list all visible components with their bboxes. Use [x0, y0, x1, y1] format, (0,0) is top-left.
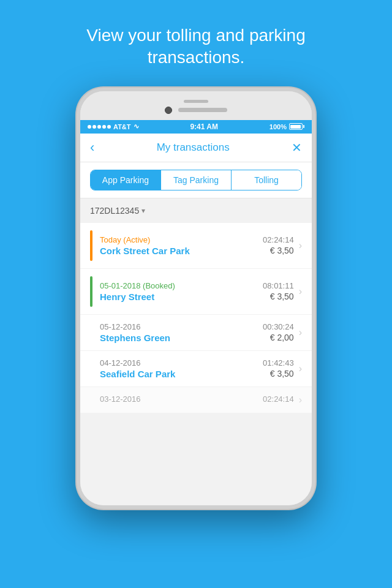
transaction-info: 04-12-2016 Seafield Car Park	[100, 358, 263, 379]
battery-fill	[290, 125, 301, 129]
phone-speaker-main	[178, 108, 227, 112]
phone-body: AT&T ∿ 9:41 AM 100% ‹ My transactions ✕	[77, 88, 315, 509]
status-bar-indicator	[90, 276, 92, 307]
transaction-time: 01:42:43	[263, 358, 294, 368]
battery-percent: 100%	[270, 123, 287, 130]
dropdown-arrow-icon: ▾	[141, 206, 145, 215]
header-title: View your tolling and parking transactio…	[86, 26, 305, 67]
phone-camera	[165, 107, 172, 114]
nav-bar: ‹ My transactions ✕	[80, 134, 312, 162]
page-header-text: View your tolling and parking transactio…	[0, 0, 392, 81]
wifi-icon: ∿	[134, 123, 139, 130]
signal-dots	[88, 125, 111, 129]
transaction-time: 02:24:14	[263, 394, 294, 404]
tabs-container: App Parking Tag Parking Tolling	[80, 162, 312, 198]
battery-tip	[303, 125, 304, 128]
transaction-location: Henry Street	[100, 292, 263, 302]
phone-mockup: AT&T ∿ 9:41 AM 100% ‹ My transactions ✕	[0, 88, 392, 509]
transaction-date: 04-12-2016	[100, 358, 263, 368]
vehicle-id: 172DL12345	[90, 206, 139, 216]
transaction-amount: € 3,50	[263, 292, 294, 301]
tab-tag-parking[interactable]: Tag Parking	[161, 170, 232, 190]
transaction-item[interactable]: 03-12-2016 02:24:14 ›	[80, 387, 312, 413]
transactions-list: Today (Active) Cork Street Car Park 02:2…	[80, 223, 312, 413]
vehicle-selector[interactable]: 172DL12345 ▾	[80, 198, 312, 223]
transaction-item[interactable]: 05-01-2018 (Booked) Henry Street 08:01:1…	[80, 269, 312, 314]
transaction-date: 05-12-2016	[100, 322, 263, 331]
signal-dot-5	[107, 125, 111, 129]
chevron-right-icon: ›	[299, 363, 302, 374]
phone-speaker-top	[184, 100, 208, 103]
transaction-info: 05-12-2016 Stephens Green	[100, 322, 263, 343]
signal-dot-2	[92, 125, 96, 129]
transaction-info: 03-12-2016	[100, 394, 263, 405]
transaction-amount: € 2,00	[263, 333, 294, 342]
transaction-date: 05-01-2018 (Booked)	[100, 281, 263, 290]
tab-tolling[interactable]: Tolling	[232, 170, 301, 190]
nav-title: My transactions	[157, 141, 230, 154]
transaction-details: 00:30:24 € 2,00	[263, 322, 294, 342]
transaction-amount: € 3,50	[263, 246, 294, 255]
transaction-date: 03-12-2016	[100, 394, 263, 404]
battery-body	[289, 123, 303, 130]
chevron-right-icon: ›	[299, 327, 302, 338]
transaction-details: 08:01:11 € 3,50	[263, 281, 294, 301]
phone-top-hardware	[80, 91, 312, 120]
status-time: 9:41 AM	[190, 123, 218, 131]
transaction-details: 01:42:43 € 3,50	[263, 358, 294, 379]
carrier-label: AT&T	[113, 123, 131, 130]
status-left: AT&T ∿	[88, 123, 139, 130]
back-button[interactable]: ‹	[90, 140, 94, 156]
transaction-time: 02:24:14	[263, 235, 294, 244]
transaction-details: 02:24:14	[263, 394, 294, 405]
status-right: 100%	[270, 123, 304, 130]
transaction-info: 05-01-2018 (Booked) Henry Street	[100, 281, 263, 302]
chevron-right-icon: ›	[299, 240, 302, 251]
transaction-location: Cork Street Car Park	[100, 246, 263, 256]
status-bar: AT&T ∿ 9:41 AM 100%	[80, 120, 312, 134]
transaction-time: 08:01:11	[263, 281, 294, 290]
signal-dot-3	[97, 125, 101, 129]
transaction-location: Stephens Green	[100, 333, 263, 343]
transaction-date: Today (Active)	[100, 235, 263, 244]
battery-icon	[289, 123, 304, 130]
phone-camera-row	[165, 107, 227, 114]
transaction-item[interactable]: Today (Active) Cork Street Car Park 02:2…	[80, 223, 312, 268]
close-button[interactable]: ✕	[292, 140, 302, 155]
transaction-item[interactable]: 04-12-2016 Seafield Car Park 01:42:43 € …	[80, 351, 312, 386]
tabs: App Parking Tag Parking Tolling	[90, 170, 302, 190]
status-bar-indicator	[90, 230, 92, 261]
chevron-right-icon: ›	[299, 394, 302, 405]
transaction-info: Today (Active) Cork Street Car Park	[100, 235, 263, 256]
transaction-item[interactable]: 05-12-2016 Stephens Green 00:30:24 € 2,0…	[80, 315, 312, 350]
transaction-location: Seafield Car Park	[100, 369, 263, 379]
screen-content: App Parking Tag Parking Tolling 172DL123…	[80, 162, 312, 505]
chevron-right-icon: ›	[299, 286, 302, 297]
signal-dot-4	[102, 125, 106, 129]
tab-app-parking[interactable]: App Parking	[91, 170, 161, 190]
transaction-amount: € 3,50	[263, 369, 294, 379]
transaction-details: 02:24:14 € 3,50	[263, 235, 294, 255]
transaction-time: 00:30:24	[263, 322, 294, 331]
signal-dot-1	[88, 125, 91, 129]
